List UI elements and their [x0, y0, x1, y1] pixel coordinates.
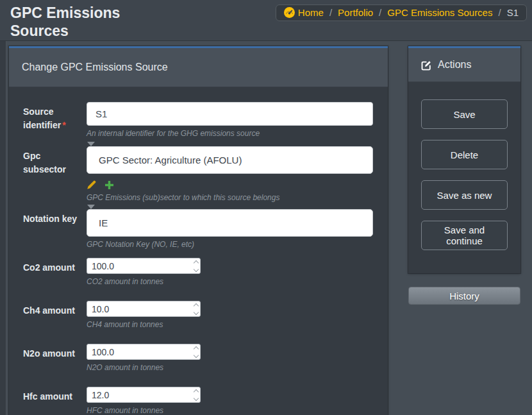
hfc-amount-help: HFC amount in tonnes	[87, 406, 373, 415]
breadcrumb-separator: /	[329, 7, 332, 18]
history-button[interactable]: History	[408, 287, 520, 305]
breadcrumb-home-label: Home	[298, 7, 324, 18]
source-identifier-input[interactable]	[87, 102, 373, 126]
field-row-co2-amount: Co2 amount CO2 amount in tonnes	[23, 258, 373, 287]
source-identifier-help: An internal identifier for the GHG emiss…	[87, 129, 373, 139]
breadcrumb-current-item: S1	[507, 7, 519, 18]
form-card-title: Change GPC Emissions Source	[22, 62, 375, 73]
field-row-hfc-amount: Hfc amount HFC amount in tonnes	[23, 387, 373, 415]
ch4-amount-input[interactable]	[87, 301, 201, 317]
gauge-icon	[284, 7, 295, 18]
co2-amount-help: CO2 amount in tonnes	[87, 277, 373, 287]
notation-key-help: GPC Notation Key (NO, IE, etc)	[87, 240, 373, 250]
delete-button[interactable]: Delete	[421, 140, 508, 169]
number-stepper[interactable]	[194, 387, 198, 403]
save-as-new-button[interactable]: Save as new	[421, 180, 508, 210]
number-stepper[interactable]	[194, 301, 198, 317]
hfc-amount-input[interactable]	[87, 387, 201, 403]
sidebar-edge	[0, 41, 6, 415]
top-navbar: GPC Emissions Sources Home / Portfolio /…	[0, 0, 532, 41]
breadcrumb-portfolio-link[interactable]: Portfolio	[338, 7, 373, 18]
select-caret-icon	[87, 142, 95, 146]
co2-amount-input[interactable]	[87, 258, 201, 274]
n2o-amount-help: N2O amount in tonnes	[87, 363, 373, 373]
n2o-amount-input[interactable]	[87, 344, 201, 360]
form-card-body: Source identifier* An internal identifie…	[9, 87, 388, 415]
actions-card-title: Actions	[438, 59, 471, 71]
edit-related-icon[interactable]	[87, 180, 97, 190]
field-row-gpc-subsector: Gpc subsector GPC Sector: Agriculture (A…	[23, 146, 373, 203]
actions-column: Actions Save Delete Save as new Save and…	[408, 46, 520, 305]
stepper-down-icon[interactable]	[194, 352, 199, 357]
stepper-down-icon[interactable]	[194, 395, 199, 400]
number-stepper[interactable]	[194, 258, 198, 274]
stepper-up-icon[interactable]	[194, 260, 199, 265]
page-title: GPC Emissions Sources	[10, 4, 145, 40]
stepper-up-icon[interactable]	[194, 346, 199, 351]
save-and-continue-button[interactable]: Save and continue	[421, 221, 508, 250]
n2o-amount-label: N2o amount	[23, 344, 87, 373]
required-asterisk: *	[62, 120, 65, 130]
breadcrumb-gpc-sources-link[interactable]: GPC Emissions Sources	[387, 7, 492, 18]
notation-key-select[interactable]: IE	[87, 209, 373, 237]
field-row-n2o-amount: N2o amount N2O amount in tonnes	[23, 344, 373, 373]
actions-card-body: Save Delete Save as new Save and continu…	[408, 82, 520, 273]
actions-card: Actions Save Delete Save as new Save and…	[408, 46, 520, 273]
stepper-down-icon[interactable]	[194, 266, 199, 271]
form-card-header: Change GPC Emissions Source	[9, 48, 388, 87]
stepper-up-icon[interactable]	[194, 303, 199, 308]
number-stepper[interactable]	[194, 344, 198, 360]
source-identifier-label: Source identifier*	[23, 102, 87, 139]
change-form-card: Change GPC Emissions Source Source ident…	[9, 46, 388, 415]
select-caret-icon	[87, 205, 95, 209]
content-area: Change GPC Emissions Source Source ident…	[0, 41, 532, 415]
save-button[interactable]: Save	[421, 99, 508, 129]
gpc-subsector-label: Gpc subsector	[23, 146, 87, 203]
breadcrumb-separator: /	[379, 7, 381, 18]
breadcrumb-home-link[interactable]: Home	[284, 7, 324, 18]
field-row-source-identifier: Source identifier* An internal identifie…	[23, 102, 373, 139]
ch4-amount-help: CH4 amount in tonnes	[87, 320, 373, 330]
breadcrumb: Home / Portfolio / GPC Emissions Sources…	[276, 4, 527, 21]
add-related-icon[interactable]	[105, 181, 113, 189]
ch4-amount-label: Ch4 amount	[23, 301, 87, 330]
hfc-amount-label: Hfc amount	[23, 387, 87, 415]
gpc-subsector-select[interactable]: GPC Sector: Agriculture (AFOLU)	[87, 146, 373, 174]
actions-card-header: Actions	[408, 48, 520, 82]
stepper-up-icon[interactable]	[194, 389, 199, 394]
notation-key-label: Notation key	[23, 209, 87, 250]
field-row-notation-key: Notation key IE GPC Notation Key (NO, IE…	[23, 209, 373, 250]
field-row-ch4-amount: Ch4 amount CH4 amount in tonnes	[23, 301, 373, 330]
breadcrumb-separator: /	[498, 7, 501, 18]
co2-amount-label: Co2 amount	[23, 258, 87, 287]
gpc-subsector-help: GPC Emissions (sub)sector to which this …	[87, 193, 373, 203]
stepper-down-icon[interactable]	[194, 309, 199, 314]
edit-square-icon	[421, 60, 432, 71]
